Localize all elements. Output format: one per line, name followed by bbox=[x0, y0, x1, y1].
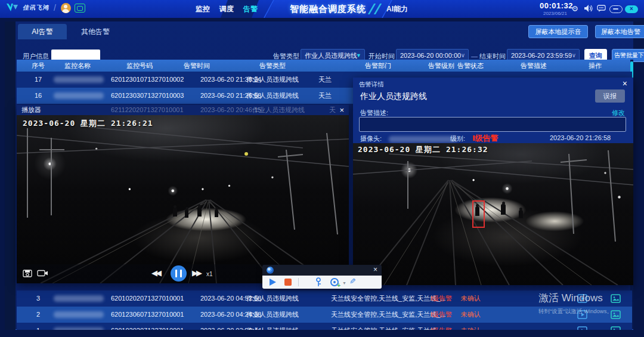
close-button[interactable]: × bbox=[625, 5, 638, 13]
dropdown-caret-icon[interactable]: ▼ bbox=[342, 281, 346, 285]
col-monitor-code: 监控号码 bbox=[126, 60, 153, 72]
tab-ai-alarm[interactable]: AI告警 bbox=[18, 24, 67, 39]
rewind-icon[interactable]: ◀◀ bbox=[151, 268, 160, 277]
view-image-icon[interactable] bbox=[611, 326, 621, 330]
pause-button[interactable] bbox=[171, 265, 187, 282]
cell-monitor-name-redacted bbox=[54, 92, 104, 99]
level-label: 级别: bbox=[450, 134, 465, 143]
playback-speed[interactable]: x1 bbox=[206, 271, 213, 277]
player-close-icon[interactable]: × bbox=[339, 105, 344, 115]
camcorder-icon[interactable] bbox=[37, 269, 48, 277]
cell-seq: 16 bbox=[35, 88, 42, 104]
annotate-pencil-icon[interactable]: ✎ bbox=[349, 277, 356, 286]
brand-name: 佳讯飞鸿 bbox=[23, 4, 49, 12]
nav-ai-ability[interactable]: AI能力 bbox=[386, 0, 408, 18]
recorder-close-icon[interactable]: × bbox=[373, 265, 377, 274]
cell-seq: 1 bbox=[36, 323, 40, 330]
cell-dept: 天兰线安全管控,天兰线_安监,天兰线 bbox=[331, 323, 436, 330]
recorder-buttons: ▼ ✎ bbox=[262, 276, 382, 289]
mute-local-sound-button[interactable]: 屏蔽本地提示音 bbox=[528, 25, 588, 38]
cell-status: 未确认 bbox=[461, 290, 481, 307]
alarm-time: 2023-06-20 21:26:58 bbox=[550, 134, 611, 141]
table-row[interactable]: 3 62010202071327010001 2023-06-20 04:52:… bbox=[17, 290, 632, 307]
cell-level: Ⅰ级告警 bbox=[431, 307, 452, 323]
brand-v-icon bbox=[6, 2, 19, 13]
cell-monitor-name-redacted bbox=[54, 327, 104, 330]
worker-silhouette bbox=[185, 209, 188, 218]
table-row-clipped[interactable]: 1 62010202071327010001 2023-06-20 03:50:… bbox=[17, 323, 632, 330]
play-video-icon[interactable] bbox=[577, 294, 587, 303]
col-alarm-level: 告警级别 bbox=[428, 60, 454, 72]
alarm-type-value: 作业人员违规跨线 bbox=[305, 52, 357, 59]
app-window: 佳讯飞鸿 / 监控 调度 告警 智能融合调度系统 AI能力 00:01:32 2… bbox=[0, 0, 644, 337]
cell-monitor-name-redacted bbox=[54, 295, 104, 302]
phone-icon[interactable] bbox=[75, 4, 85, 13]
cell-code: 62012301071327010002 bbox=[111, 72, 184, 88]
start-time-value: 2023-06-20 00:00:00 bbox=[400, 52, 461, 59]
system-title: 智能融合调度系统 bbox=[280, 0, 376, 18]
view-image-icon[interactable] bbox=[611, 294, 621, 303]
detail-close-icon[interactable]: × bbox=[623, 79, 627, 88]
recorder-titlebar[interactable]: × bbox=[262, 265, 382, 276]
fast-forward-icon[interactable]: ▶▶ bbox=[192, 268, 200, 277]
settings-gear-icon[interactable]: ⚙ bbox=[569, 4, 580, 14]
modify-link[interactable]: 修改 bbox=[612, 109, 625, 118]
false-alarm-button[interactable]: 误报 bbox=[595, 89, 625, 103]
worker-silhouette bbox=[501, 204, 506, 215]
message-icon[interactable] bbox=[597, 4, 608, 14]
nav-monitor[interactable]: 监控 bbox=[196, 4, 210, 14]
speaker-icon[interactable] bbox=[584, 4, 595, 14]
cell-seq: 17 bbox=[35, 72, 42, 88]
nav-alarm[interactable]: 告警 bbox=[243, 4, 258, 14]
minimize-button[interactable] bbox=[609, 5, 623, 13]
recorder-camera-logo-icon bbox=[267, 267, 274, 274]
player-title: 播放器 bbox=[21, 105, 41, 115]
clock-date: 2023/06/21 bbox=[540, 10, 567, 17]
left-edge-strip bbox=[5, 21, 16, 330]
clock-time: 00:01:32 bbox=[540, 2, 567, 10]
detection-bounding-box bbox=[472, 200, 485, 228]
tab-other-alarm[interactable]: 其他告警 bbox=[67, 24, 124, 39]
alarm-detail-panel: 告警详情 × 作业人员违规跨线 误报 告警描述: 修改 摄像头: 级别: Ⅰ级告… bbox=[353, 78, 633, 285]
cell-level: Ⅰ级告警 bbox=[431, 290, 452, 307]
col-alarm-desc: 告警描述 bbox=[521, 60, 547, 72]
cell-type: 作业人员违规跨线 bbox=[246, 323, 299, 330]
play-video-icon[interactable] bbox=[577, 326, 587, 330]
play-video-icon[interactable] bbox=[577, 310, 587, 319]
scene-structures bbox=[353, 143, 633, 285]
brand-logo: 佳讯飞鸿 / bbox=[6, 2, 85, 13]
cell-code: 62012303071327010003 bbox=[111, 88, 184, 104]
video-timestamp: 2023-06-20 星期二 21:26:21 bbox=[23, 118, 153, 129]
desc-label: 告警描述: bbox=[360, 109, 388, 118]
player-video-area: 2023-06-20 星期二 21:26:21 ◀◀ ▶▶ x1 bbox=[17, 115, 349, 283]
col-alarm-status: 告警状态 bbox=[457, 60, 484, 72]
faint-row-type: 作业人员违规跨线 bbox=[252, 105, 305, 115]
cell-type: 作业人员违规跨线 bbox=[246, 88, 299, 104]
cell-dept: 天兰线安全管控,天兰线_安监,天兰线_... bbox=[331, 290, 446, 307]
cell-monitor-name-redacted bbox=[54, 76, 104, 83]
detail-header: 告警详情 bbox=[359, 81, 384, 89]
worker-silhouette bbox=[173, 208, 177, 217]
cell-dept: 天兰 bbox=[318, 72, 332, 88]
webcam-add-icon[interactable] bbox=[330, 278, 339, 286]
cell-code: 62012306071327010001 bbox=[111, 307, 184, 323]
cell-dept: 天兰 bbox=[318, 88, 332, 104]
table-row-selected[interactable]: 2 62012306071327010001 2023-06-20 04:24:… bbox=[17, 307, 632, 323]
camera-value-redacted bbox=[389, 136, 457, 143]
cell-status: 未确认 bbox=[461, 323, 481, 330]
user-avatar[interactable] bbox=[61, 3, 71, 13]
marker-tool-icon[interactable] bbox=[315, 277, 322, 287]
worker-silhouette bbox=[215, 209, 218, 217]
detail-title: 作业人员违规跨线 bbox=[360, 91, 427, 102]
cell-level: Ⅰ级告警 bbox=[431, 323, 452, 330]
view-image-icon[interactable] bbox=[611, 310, 621, 319]
nav-dispatch[interactable]: 调度 bbox=[219, 4, 234, 14]
cell-code: 62010202071327010001 bbox=[111, 290, 184, 307]
snapshot-save-icon[interactable] bbox=[23, 269, 32, 278]
table-header: 序号 监控名称 监控号码 告警时间 告警类型 告警部门 告警级别 告警状态 告警… bbox=[17, 60, 632, 72]
alarm-desc-input[interactable] bbox=[359, 117, 626, 132]
divider: / bbox=[54, 3, 56, 13]
record-stop-icon[interactable] bbox=[284, 279, 292, 286]
mute-local-alarm-button[interactable]: 屏蔽本地告警 bbox=[595, 25, 644, 38]
record-play-icon[interactable] bbox=[270, 279, 276, 286]
